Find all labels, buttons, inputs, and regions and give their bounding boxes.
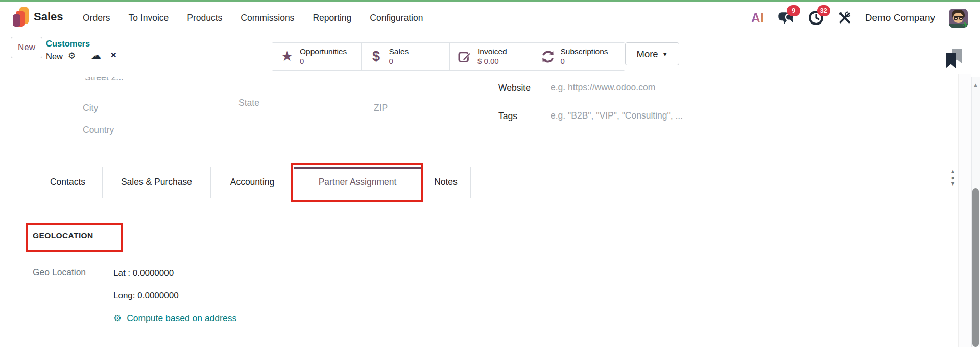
activities-badge: 32 — [817, 5, 830, 16]
save-cloud-icon[interactable]: ☁↑ — [91, 49, 101, 61]
messages-button[interactable]: 9 — [778, 10, 794, 26]
mini-scroll-down-icon[interactable]: ▼ — [948, 181, 958, 187]
tab-accounting[interactable]: Accounting — [210, 167, 294, 198]
longitude-value: Long: 0.0000000 — [113, 291, 179, 301]
invoice-edit-icon — [457, 50, 472, 64]
country-input[interactable] — [83, 123, 216, 136]
scrollbar-thumb[interactable] — [972, 188, 979, 347]
tab-partner-assignment[interactable]: Partner Assignment — [294, 167, 421, 198]
ai-assistant-icon[interactable]: AI — [751, 11, 764, 26]
street2-field-clipped[interactable]: Street 2... — [85, 77, 197, 84]
control-panel: New Customers New ⚙ ☁↑ ✕ ★ Opportunities… — [0, 34, 980, 74]
activities-button[interactable]: 32 — [808, 10, 824, 26]
user-avatar[interactable]: ✈ — [949, 9, 968, 28]
compute-button-label: Compute based on address — [127, 313, 236, 324]
tabs-bottom-border — [20, 198, 958, 198]
geo-location-field-label: Geo Location — [33, 267, 86, 278]
stat-button-subscriptions[interactable]: Subscriptions 0 — [533, 43, 625, 70]
company-switcher[interactable]: Demo Company — [865, 12, 935, 24]
nav-item-orders[interactable]: Orders — [83, 13, 110, 24]
breadcrumb-customers-link[interactable]: Customers — [46, 39, 90, 49]
nav-item-configuration[interactable]: Configuration — [370, 13, 423, 24]
breadcrumb-current-record: New — [46, 52, 63, 61]
nav-item-reporting[interactable]: Reporting — [313, 13, 351, 24]
more-stats-button[interactable]: More ▼ — [625, 42, 679, 65]
star-icon: ★ — [279, 50, 295, 63]
website-input[interactable] — [551, 81, 765, 94]
logo-bar-purple — [13, 14, 20, 27]
zip-input[interactable] — [374, 101, 435, 114]
compute-based-on-address-button[interactable]: ⚙ Compute based on address — [113, 313, 236, 324]
nav-item-to-invoice[interactable]: To Invoice — [128, 13, 169, 24]
new-record-button[interactable]: New — [11, 37, 42, 58]
stat-button-invoiced[interactable]: Invoiced $ 0.00 — [450, 43, 533, 70]
main-navbar: Sales Orders To Invoice Products Commiss… — [0, 2, 980, 34]
nav-item-products[interactable]: Products — [187, 13, 222, 24]
latitude-value: Lat : 0.0000000 — [113, 268, 174, 279]
odoo-sales-app-icon[interactable] — [13, 7, 31, 28]
stat-button-opportunities[interactable]: ★ Opportunities 0 — [272, 43, 362, 70]
notebook-tabs: Contacts Sales & Purchase Accounting Par… — [33, 167, 471, 198]
debug-tools-button[interactable] — [838, 11, 851, 25]
chevron-down-icon: ▼ — [662, 51, 668, 57]
stat-value: $ 0.00 — [477, 57, 507, 66]
nav-menu: Orders To Invoice Products Commissions R… — [83, 2, 423, 34]
scrollbar-up-arrow[interactable]: ▲ — [971, 82, 980, 88]
stat-label: Invoiced — [477, 47, 507, 57]
refresh-icon — [540, 50, 556, 64]
mini-scroll-widget: ▲ ● ▼ — [948, 169, 958, 187]
geolocation-section-title: GEOLOCATION — [33, 231, 93, 240]
stat-label: Subscriptions — [561, 47, 608, 57]
tags-label: Tags — [498, 111, 517, 122]
stat-button-sales[interactable]: $ Sales 0 — [362, 43, 450, 70]
nav-item-commissions[interactable]: Commissions — [241, 13, 294, 24]
stat-value: 0 — [300, 57, 347, 66]
city-input[interactable] — [83, 101, 190, 114]
discard-changes-icon[interactable]: ✕ — [110, 51, 117, 60]
state-input[interactable] — [238, 96, 346, 109]
app-name[interactable]: Sales — [34, 10, 63, 24]
geolocation-separator — [33, 245, 473, 245]
stat-value: 0 — [389, 57, 409, 66]
tab-notes[interactable]: Notes — [421, 167, 471, 198]
stat-label: Opportunities — [300, 47, 347, 57]
stat-button-box: ★ Opportunities 0 $ Sales 0 — [272, 42, 625, 71]
onboarding-plane-icon: ✈ — [961, 19, 968, 28]
stat-value: 0 — [561, 57, 608, 66]
tab-sales-purchase[interactable]: Sales & Purchase — [102, 167, 210, 198]
mini-scroll-up-icon[interactable]: ▲ — [948, 169, 958, 175]
record-actions-gear-icon[interactable]: ⚙ — [68, 51, 76, 61]
right-gutter — [958, 74, 971, 347]
stat-label: Sales — [389, 47, 409, 57]
more-label: More — [636, 49, 658, 60]
gear-icon: ⚙ — [113, 313, 122, 324]
dollar-icon: $ — [369, 50, 384, 63]
navbar-right-cluster: AI 9 32 — [751, 2, 968, 34]
tags-input[interactable] — [551, 109, 775, 122]
website-label: Website — [498, 83, 531, 94]
odoo-sales-window: Sales Orders To Invoice Products Commiss… — [0, 0, 980, 347]
tools-icon — [838, 11, 851, 25]
avatar-glasses — [954, 16, 963, 19]
tab-contacts[interactable]: Contacts — [33, 167, 102, 198]
street2-placeholder: Street 2... — [85, 77, 197, 83]
messages-badge: 9 — [787, 5, 800, 16]
